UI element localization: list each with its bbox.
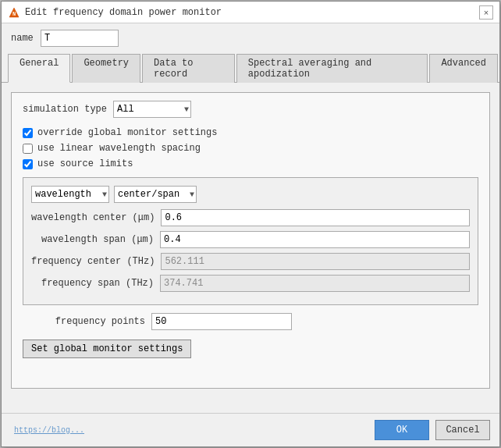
tabs-bar: General Geometry Data to record Spectral…: [2, 53, 499, 83]
frequency-center-row: frequency center (THz): [31, 253, 470, 270]
override-global-label: override global monitor settings: [37, 127, 217, 138]
title-bar-left: N Edit frequency domain power monitor: [8, 6, 222, 19]
frequency-points-row: frequency points: [23, 313, 478, 330]
linear-wavelength-label: use linear wavelength spacing: [37, 143, 201, 154]
simulation-type-select[interactable]: All FDTD EME varFDTD: [113, 101, 191, 118]
wavelength-span-input[interactable]: [160, 231, 470, 248]
global-monitor-button[interactable]: Set global monitor settings: [23, 340, 191, 358]
name-label: name: [11, 33, 34, 44]
tab-spectral[interactable]: Spectral averaging and apodization: [236, 54, 428, 83]
tab-advanced[interactable]: Advanced: [429, 54, 498, 83]
source-limits-label: use source limits: [37, 158, 133, 169]
wavelength-span-label: wavelength span (μm): [31, 234, 160, 245]
content-area: simulation type All FDTD EME varFDTD ▼ o…: [2, 83, 499, 413]
override-global-row: override global monitor settings: [23, 127, 478, 138]
footer: https://blog... OK Cancel: [2, 413, 499, 446]
app-icon: N: [8, 6, 20, 19]
wavelength-center-row: wavelength center (μm): [31, 209, 470, 226]
frequency-points-label: frequency points: [23, 316, 151, 327]
simulation-type-select-wrap: All FDTD EME varFDTD ▼: [113, 101, 191, 118]
wavelength-center-label: wavelength center (μm): [31, 212, 161, 223]
dropdown-row: wavelength frequency ▼ center/span min/m…: [31, 186, 470, 203]
dialog: N Edit frequency domain power monitor × …: [1, 1, 500, 447]
name-input[interactable]: [41, 30, 119, 47]
name-row: name: [2, 23, 499, 53]
title-bar: N Edit frequency domain power monitor ×: [2, 2, 499, 23]
svg-text:N: N: [12, 11, 16, 17]
frequency-span-label: frequency span (THz): [31, 278, 160, 289]
tab-geometry[interactable]: Geometry: [72, 54, 140, 83]
frequency-center-input: [161, 253, 470, 270]
frequency-span-input: [160, 275, 470, 292]
linear-wavelength-row: use linear wavelength spacing: [23, 143, 478, 154]
frequency-points-input[interactable]: [151, 313, 292, 330]
frequency-center-label: frequency center (THz): [31, 256, 161, 267]
inner-panel: simulation type All FDTD EME varFDTD ▼ o…: [11, 92, 490, 389]
wavelength-select[interactable]: wavelength frequency: [31, 186, 109, 203]
wavelength-span-row: wavelength span (μm): [31, 231, 470, 248]
tab-general[interactable]: General: [8, 54, 70, 83]
simulation-type-label: simulation type: [23, 104, 107, 115]
wavelength-center-input[interactable]: [161, 209, 470, 226]
simulation-type-row: simulation type All FDTD EME varFDTD ▼: [23, 101, 478, 118]
frequency-span-row: frequency span (THz): [31, 275, 470, 292]
cancel-button[interactable]: Cancel: [435, 420, 490, 440]
tab-data-to-record[interactable]: Data to record: [142, 54, 235, 83]
ok-button[interactable]: OK: [375, 420, 429, 440]
center-span-dropdown-wrap: center/span min/max ▼: [114, 186, 197, 203]
source-limits-checkbox[interactable]: [23, 159, 33, 169]
url-hint: https://blog...: [14, 426, 84, 435]
wavelength-dropdown-wrap: wavelength frequency ▼: [31, 186, 109, 203]
override-global-checkbox[interactable]: [23, 128, 33, 138]
center-span-select[interactable]: center/span min/max: [114, 186, 197, 203]
close-button[interactable]: ×: [479, 5, 493, 20]
dialog-title: Edit frequency domain power monitor: [25, 7, 222, 18]
linear-wavelength-checkbox[interactable]: [23, 144, 33, 154]
settings-box: wavelength frequency ▼ center/span min/m…: [23, 177, 478, 305]
source-limits-row: use source limits: [23, 158, 478, 169]
